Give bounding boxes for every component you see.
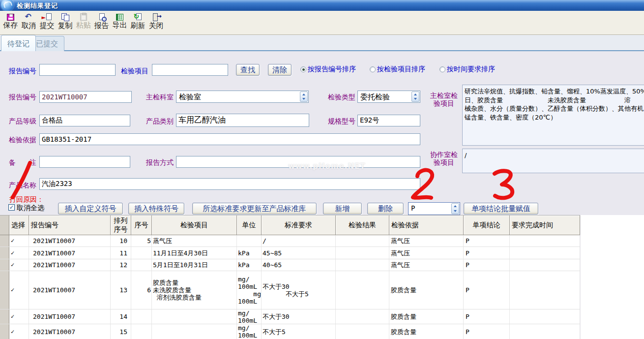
cell-concl: P: [464, 247, 510, 259]
col-header-basis[interactable]: 检验依据: [389, 216, 464, 235]
cell-order: 14: [111, 309, 131, 324]
find-button[interactable]: 查找: [236, 64, 260, 76]
dropdown-spinner-icon[interactable]: [300, 92, 308, 102]
coop-items-box[interactable]: /: [462, 149, 644, 173]
radio-dot-icon: [370, 66, 376, 72]
table-row[interactable]: ✓2021WT10007125月1日至10月31日kPa40~65蒸气压P: [0, 259, 580, 271]
col-header-seq[interactable]: 序号: [131, 216, 152, 235]
cell-check[interactable]: ✓: [9, 324, 29, 339]
table-right-filler: [581, 215, 644, 339]
row-gutter[interactable]: [0, 324, 9, 339]
col-header-result[interactable]: 检验结果: [336, 216, 389, 235]
toolbar-button-report[interactable]: 报告: [92, 12, 111, 34]
toolbar-button-label: 复制: [58, 22, 73, 30]
sort-by-item-radio[interactable]: 按检验项目排序: [370, 65, 425, 73]
cell-check[interactable]: ✓: [9, 309, 29, 324]
cell-check[interactable]: ✓: [9, 235, 29, 247]
toolbar-button-copy[interactable]: 复制: [56, 12, 74, 34]
report-method-label: 报告方式: [146, 158, 174, 166]
dropdown-spinner-icon[interactable]: [411, 92, 419, 102]
cell-due: [510, 247, 580, 259]
cell-basis: 胶质含量: [389, 309, 464, 324]
spec-input[interactable]: [357, 115, 420, 126]
toolbar-button-label: 保存: [3, 21, 18, 30]
search-report-no-input[interactable]: [39, 64, 116, 76]
table-row[interactable]: ✓2021WT10007105蒸气压/蒸气压P: [0, 235, 580, 247]
col-header-check[interactable]: 选择: [9, 216, 29, 235]
clear-button[interactable]: 清除: [268, 64, 292, 76]
row-gutter-header[interactable]: [0, 216, 9, 235]
tab-pending[interactable]: 待登记: [1, 35, 36, 51]
cell-check[interactable]: ✓: [9, 259, 29, 271]
col-header-concl[interactable]: 单项结论: [464, 216, 510, 235]
table-row[interactable]: ✓2021WT100071111月1日至4月30日kPa45~85蒸气压P: [0, 247, 580, 259]
report-method-input[interactable]: [176, 156, 420, 168]
update-standard-button[interactable]: 所选标准要求更新至产品标准库: [192, 203, 317, 215]
main-items-box[interactable]: 研究法辛烷值、抗爆指数、铅含量、馏程、10%蒸发温度、50%蒸 日、胶质含量 未…: [462, 85, 644, 146]
category-input[interactable]: [176, 114, 309, 127]
remark-input[interactable]: [39, 156, 130, 168]
toolbar-button-undo[interactable]: 取消: [20, 12, 38, 34]
toolbar-button-label: 刷新: [131, 22, 146, 30]
col-header-std[interactable]: 标准要求: [262, 216, 336, 235]
cell-seq: [131, 309, 152, 324]
toolbar-button-save[interactable]: 保存: [1, 12, 20, 34]
export-icon: [116, 14, 123, 21]
cell-report: 2021WT10007: [29, 259, 111, 271]
col-header-order[interactable]: 排列 序号: [111, 216, 131, 235]
uncheck-all-checkbox[interactable]: ✓: [8, 204, 15, 211]
test-type-select[interactable]: 委托检验: [357, 91, 420, 103]
paste-icon: [80, 13, 87, 21]
toolbar-button-submit[interactable]: 提交: [38, 12, 56, 34]
basis-input[interactable]: [39, 133, 420, 145]
product-name-input[interactable]: [39, 178, 420, 190]
cell-unit: [237, 235, 262, 247]
toolbar-button-export[interactable]: 导出: [111, 12, 129, 34]
cell-result: [336, 309, 389, 324]
cell-check[interactable]: ✓: [9, 247, 29, 259]
batch-assign-button[interactable]: 单项结论批量赋值: [464, 203, 538, 215]
cell-concl: P: [464, 235, 510, 247]
dropdown-spinner-icon[interactable]: [451, 203, 459, 214]
search-item-label: 检验项目: [121, 67, 148, 75]
grade-label: 产品等级: [9, 117, 36, 125]
cell-check[interactable]: ✓: [9, 271, 29, 309]
sort-by-time-radio[interactable]: 按时间要求排序: [439, 65, 495, 73]
cell-std: 不大于5: [262, 324, 336, 339]
row-gutter[interactable]: [0, 271, 9, 309]
cell-unit: kPa: [237, 259, 262, 271]
toolbar-button-label: 报告: [94, 22, 109, 30]
add-button[interactable]: 新增: [323, 203, 362, 215]
toolbar-button-refresh[interactable]: 刷新: [129, 12, 147, 34]
cell-std: 45~85: [262, 247, 336, 259]
sort-by-report-no-radio[interactable]: 按报告编号排序: [300, 65, 356, 73]
conclusion-select[interactable]: P: [408, 202, 460, 215]
search-item-input[interactable]: [152, 64, 228, 76]
cell-seq: [131, 259, 152, 271]
cell-due: [510, 259, 580, 271]
delete-button[interactable]: 删除: [367, 203, 404, 215]
coop-items-label: 协作室检 验项目: [429, 151, 459, 166]
table-row[interactable]: ✓2021WT10007136胶质含量 未洗胶质含量 溶剂洗胶质含量mg/ 10…: [0, 271, 580, 309]
cell-basis: 胶质含量: [389, 271, 464, 309]
main-dept-select[interactable]: 检验室: [176, 91, 309, 103]
col-header-items[interactable]: 检验项目: [152, 216, 237, 235]
cell-due: [510, 235, 580, 247]
insert-custom-symbol-button[interactable]: 插入自定义符号: [58, 203, 123, 215]
table-row[interactable]: ✓2021WT1000714mg/ 100mL不大于30胶质含量P: [0, 309, 580, 324]
toolbar-button-close[interactable]: 关闭: [147, 12, 165, 34]
copy-icon: [61, 13, 70, 21]
row-gutter[interactable]: [0, 259, 9, 271]
col-header-due[interactable]: 要求完成时间: [510, 216, 580, 235]
row-gutter[interactable]: [0, 235, 9, 247]
col-header-unit[interactable]: 单位: [237, 216, 262, 235]
row-gutter[interactable]: [0, 247, 9, 259]
report-no-input[interactable]: [39, 91, 132, 103]
grade-input[interactable]: [39, 115, 130, 126]
insert-special-symbol-button[interactable]: 插入特殊符号: [128, 203, 184, 215]
table-row[interactable]: ✓2021WT1000715mg/ 100mL不大于5胶质含量P: [0, 324, 580, 339]
category-label: 产品类别: [146, 117, 174, 125]
return-reason-label: 打回原因：: [9, 195, 44, 203]
row-gutter[interactable]: [0, 309, 9, 324]
col-header-report[interactable]: 报告编号: [29, 216, 111, 235]
